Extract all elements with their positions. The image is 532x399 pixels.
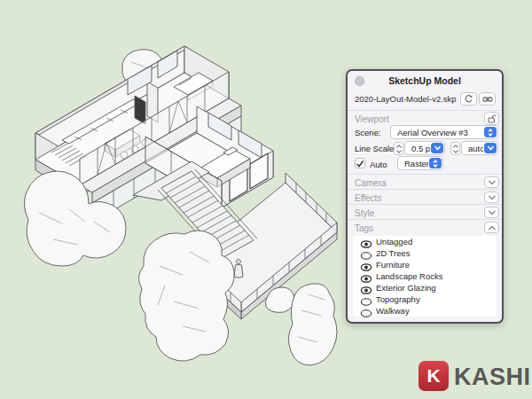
layout-canvas: SketchUp Model 2020-LayOut-Model-v2.skp … xyxy=(0,0,532,399)
logo-monogram: K xyxy=(426,365,440,387)
camera-section-label: Camera xyxy=(355,178,387,188)
unlock-icon xyxy=(487,113,497,123)
line-scale-value: 0.5 pt xyxy=(411,143,430,155)
tag-row[interactable]: Landscape Rocks xyxy=(353,270,497,282)
camera-collapse-button[interactable] xyxy=(484,176,499,188)
tag-visibility-eye-icon[interactable] xyxy=(360,306,372,316)
sketchup-model-panel: SketchUp Model 2020-LayOut-Model-v2.skp … xyxy=(346,69,504,324)
bottom-rocks xyxy=(265,284,337,365)
divider xyxy=(348,189,502,190)
divider xyxy=(348,174,502,175)
tag-label: Furniture xyxy=(376,259,410,270)
model-filename: 2020-LayOut-Model-v2.skp xyxy=(355,90,457,108)
style-section-label: Style xyxy=(355,208,374,218)
dropdown-chevron-icon xyxy=(484,143,497,153)
viewport-section-label: Viewport xyxy=(355,114,389,124)
lock-viewport-button[interactable] xyxy=(484,112,499,125)
divider xyxy=(348,219,502,220)
center-rocks xyxy=(138,231,234,361)
effects-collapse-button[interactable] xyxy=(484,192,499,203)
dropdown-chevron-icon xyxy=(431,143,443,153)
tags-list: Untagged 2D Trees Furniture Landscape Ro… xyxy=(353,236,497,317)
line-scale-label: Line Scale: xyxy=(355,144,396,153)
style-collapse-button[interactable] xyxy=(484,207,499,218)
panel-title: SketchUp Model xyxy=(348,71,502,91)
tags-collapse-button[interactable] xyxy=(484,222,499,233)
auto-checkbox[interactable] xyxy=(355,158,365,168)
tags-section-label: Tags xyxy=(355,223,373,233)
line-weight-combo[interactable]: auto xyxy=(461,141,498,155)
tag-row[interactable]: Walkway xyxy=(353,305,497,317)
popup-arrows-icon xyxy=(429,158,442,168)
auto-label: Auto xyxy=(370,160,387,169)
scene-value: Aerial Overview #3 xyxy=(397,127,483,139)
line-weight-stepper[interactable] xyxy=(450,142,460,155)
tag-row[interactable]: Furniture xyxy=(353,259,497,270)
line-scale-stepper[interactable] xyxy=(394,142,403,155)
chevron-down-icon xyxy=(488,195,497,200)
tag-label: Exterior Glazing xyxy=(376,282,436,293)
chevron-down-icon xyxy=(488,210,497,215)
tag-visibility-eye-icon[interactable] xyxy=(360,237,372,246)
check-icon xyxy=(356,160,364,168)
chevron-down-icon xyxy=(488,180,497,185)
scene-popup[interactable]: Aerial Overview #3 xyxy=(390,125,498,139)
chevron-up-icon xyxy=(488,225,497,231)
tag-visibility-eye-icon[interactable] xyxy=(360,271,372,281)
tag-visibility-eye-icon[interactable] xyxy=(360,283,372,293)
tag-label: 2D Trees xyxy=(376,247,411,259)
divider xyxy=(348,110,502,111)
tag-row[interactable]: 2D Trees xyxy=(353,247,497,259)
tag-label: Landscape Rocks xyxy=(376,270,443,282)
line-scale-combo[interactable]: 0.5 pt xyxy=(404,141,445,155)
tag-label: Walkway xyxy=(376,305,410,317)
popup-arrows-icon xyxy=(484,127,497,137)
reload-icon xyxy=(464,94,473,104)
line-weight-value: auto xyxy=(468,143,483,155)
effects-section-label: Effects xyxy=(355,193,381,203)
kashi-logo: K KASHI xyxy=(419,361,530,393)
tag-visibility-eye-icon[interactable] xyxy=(360,260,372,270)
tag-visibility-eye-icon[interactable] xyxy=(360,294,372,304)
reload-model-button[interactable] xyxy=(460,92,477,106)
scene-label: Scene: xyxy=(355,128,381,137)
tag-row[interactable]: Topography xyxy=(353,293,497,305)
logo-brand-text: KASHI xyxy=(454,364,531,391)
tag-row[interactable]: Exterior Glazing xyxy=(353,282,497,293)
tag-label: Untagged xyxy=(376,236,412,247)
kashi-logo-badge: K xyxy=(419,361,449,391)
link-icon xyxy=(482,96,493,103)
divider xyxy=(348,204,502,205)
tag-row[interactable]: Untagged xyxy=(353,236,497,247)
render-mode-value: Raster xyxy=(404,158,428,170)
tag-visibility-eye-icon[interactable] xyxy=(360,248,372,258)
render-mode-popup[interactable]: Raster xyxy=(397,156,443,170)
link-reference-button[interactable] xyxy=(479,92,496,106)
tag-label: Topography xyxy=(376,293,420,305)
